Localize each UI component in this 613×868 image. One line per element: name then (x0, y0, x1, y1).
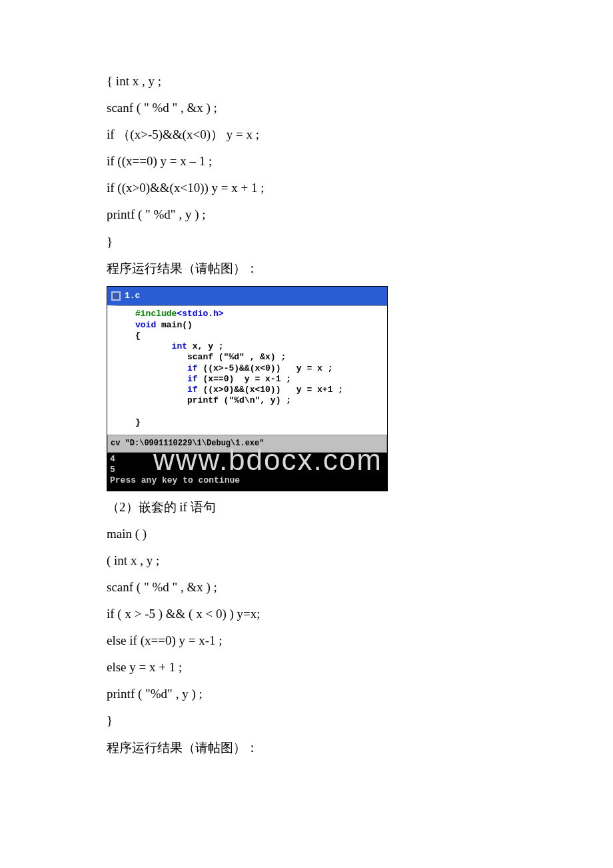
code-line: main ( ) (107, 522, 506, 546)
document-page: www.bdocx.com { int x , y ; scanf ( " %d… (0, 0, 613, 803)
code-line: if ((x>0)&&(x<10)) y = x + 1 ; (107, 176, 506, 200)
section-title: （2）嵌套的 if 语句 (107, 495, 506, 519)
console-output: 4 5 Press any key to continue (107, 453, 387, 491)
code-line: ( int x , y ; (107, 549, 506, 573)
code-line: printf ( "%d" , y ) ; (107, 682, 506, 706)
code-line: if （(x>-5)&&(x<0)） y = x ; (107, 123, 506, 147)
code-line: scanf ( " %d " , &x ) ; (107, 96, 506, 120)
file-icon (111, 291, 121, 301)
code-line: } (107, 230, 506, 254)
code-line: { int x , y ; (107, 69, 506, 93)
code-line: if ((x==0) y = x – 1 ; (107, 149, 506, 173)
ide-screenshot: 1.c #include<stdio.h> void main() { int … (107, 286, 388, 491)
result-caption: 程序运行结果（请帖图）： (107, 736, 506, 760)
result-caption: 程序运行结果（请帖图）： (107, 257, 506, 281)
console-window: cv "D:\0901110229\1\Debug\1.exe" 4 5 Pre… (107, 435, 387, 491)
ide-titlebar: 1.c (107, 287, 387, 306)
code-line: if ( x > -5 ) && ( x < 0) ) y=x; (107, 602, 506, 626)
code-line: printf ( " %d" , y ) ; (107, 203, 506, 227)
code-line: else if (x==0) y = x-1 ; (107, 629, 506, 653)
ide-code-area: #include<stdio.h> void main() { int x, y… (107, 305, 387, 435)
code-line: scanf ( " %d " , &x ) ; (107, 575, 506, 599)
code-line: else y = x + 1 ; (107, 655, 506, 679)
console-path: cv "D:\0901110229\1\Debug\1.exe" (107, 435, 387, 453)
code-line: } (107, 709, 506, 733)
ide-title: 1.c (125, 288, 140, 305)
